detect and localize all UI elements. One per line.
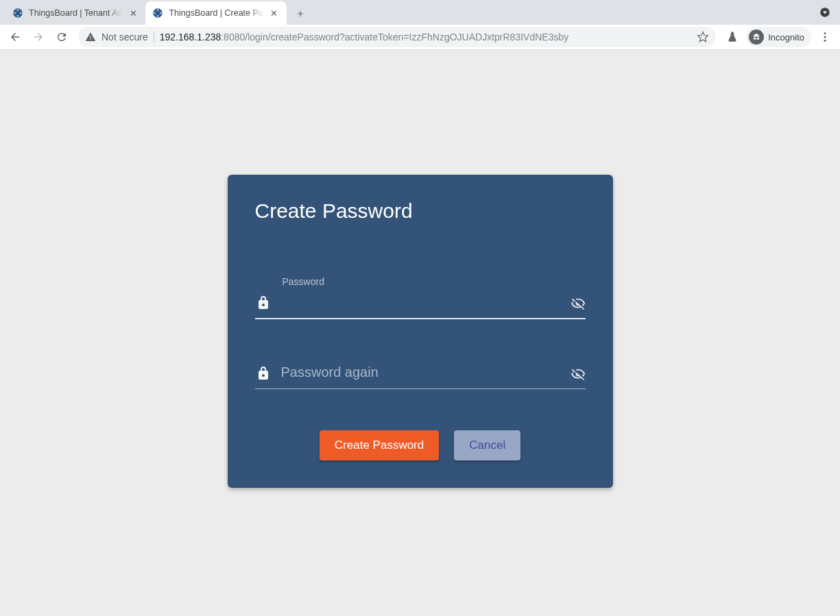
window-control-icon[interactable]	[818, 5, 832, 19]
url-text: 192.168.1.238:8080/login/createPassword?…	[160, 32, 692, 42]
password-field: Password	[255, 291, 586, 319]
password-label: Password	[283, 276, 324, 287]
arrow-right-icon	[32, 31, 45, 43]
browser-tab-1[interactable]: ThingsBoard | Create Pa ✕	[145, 1, 286, 25]
reload-icon	[56, 31, 68, 43]
lock-icon	[255, 365, 272, 382]
svg-point-3	[824, 32, 826, 34]
visibility-off-icon[interactable]	[571, 367, 586, 382]
not-secure-label: Not secure	[101, 32, 148, 42]
not-secure-icon	[85, 32, 96, 42]
flask-icon	[726, 31, 739, 43]
tab-title: ThingsBoard | Create Pa	[169, 8, 263, 18]
bookmark-star-icon[interactable]	[697, 31, 709, 43]
password-again-input[interactable]	[281, 362, 561, 383]
page-body: Create Password Password Create Password…	[0, 50, 840, 616]
arrow-left-icon	[9, 31, 21, 43]
browser-toolbar: Not secure 192.168.1.238:8080/login/crea…	[0, 25, 840, 50]
password-input[interactable]	[281, 291, 561, 312]
svg-point-4	[824, 36, 826, 38]
thingsboard-favicon-icon	[12, 8, 23, 19]
lock-icon	[255, 295, 272, 311]
forward-button[interactable]	[29, 27, 48, 47]
close-tab-icon[interactable]: ✕	[269, 8, 280, 19]
address-bar[interactable]: Not secure 192.168.1.238:8080/login/crea…	[78, 27, 716, 47]
card-title: Create Password	[255, 199, 586, 223]
visibility-off-icon[interactable]	[571, 296, 586, 311]
svg-point-5	[824, 40, 826, 42]
incognito-indicator: Incognito	[746, 27, 811, 47]
browser-menu-button[interactable]	[815, 27, 835, 47]
thingsboard-favicon-icon	[152, 8, 163, 19]
incognito-label: Incognito	[768, 32, 804, 42]
separator	[154, 32, 154, 42]
button-row: Create Password Cancel	[255, 430, 586, 460]
back-button[interactable]	[5, 27, 25, 47]
tab-strip: ThingsBoard | Tenant Ad ✕ ThingsBoard | …	[0, 0, 840, 25]
password-again-field	[255, 362, 586, 389]
create-password-card: Create Password Password Create Password…	[228, 175, 613, 488]
reload-button[interactable]	[52, 27, 71, 47]
extension-icon[interactable]	[723, 27, 742, 47]
incognito-icon	[749, 29, 764, 45]
tab-title: ThingsBoard | Tenant Ad	[29, 8, 122, 18]
new-tab-button[interactable]	[291, 4, 310, 23]
close-tab-icon[interactable]: ✕	[128, 8, 139, 19]
more-vert-icon	[819, 31, 831, 43]
plus-icon	[296, 9, 305, 19]
cancel-button[interactable]: Cancel	[454, 430, 520, 460]
create-password-button[interactable]: Create Password	[320, 430, 439, 460]
browser-tab-0[interactable]: ThingsBoard | Tenant Ad ✕	[5, 1, 145, 25]
